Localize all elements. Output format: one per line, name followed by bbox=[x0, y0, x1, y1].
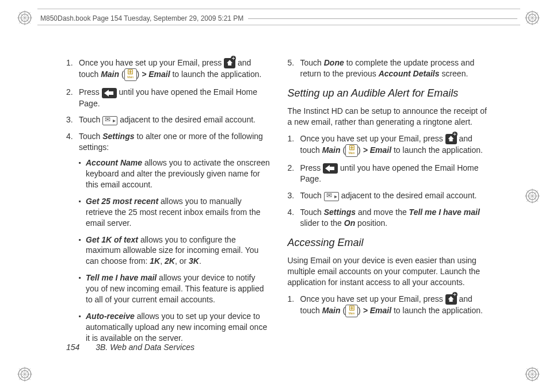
ring-icon bbox=[17, 367, 32, 382]
step-2: 2. Press until you have opened the Email… bbox=[66, 87, 270, 109]
back-arrow-icon bbox=[102, 88, 117, 98]
home-icon bbox=[445, 134, 457, 144]
ring-icon bbox=[525, 10, 540, 25]
ring-icon bbox=[525, 367, 540, 382]
header-rule bbox=[37, 9, 520, 9]
home-icon bbox=[445, 294, 457, 305]
audible-step-2: 2. Press until you have opened the Email… bbox=[288, 163, 492, 185]
bullet-tell-me: Tell me I have mail allows your device t… bbox=[79, 272, 270, 305]
ring-icon bbox=[525, 189, 540, 203]
step-1: 1. Once you have set up your Email, pres… bbox=[66, 57, 270, 81]
heading-accessing-email: Accessing Email bbox=[288, 236, 492, 249]
main-menu-icon: Main bbox=[345, 305, 358, 317]
ring-icon bbox=[17, 10, 32, 25]
step-3: 3. Touch adjacent to the desired email a… bbox=[66, 114, 270, 125]
bullet-get-25: Get 25 most recent allows you to manuall… bbox=[79, 196, 270, 229]
bullet-auto-receive: Auto-receive allows you to set up your d… bbox=[79, 311, 270, 344]
step-4: 4. Touch Settings to alter one or more o… bbox=[66, 131, 270, 343]
page-content: 1. Once you have set up your Email, pres… bbox=[66, 57, 491, 335]
audible-step-1: 1. Once you have set up your Email, pres… bbox=[288, 133, 492, 157]
header-rule bbox=[37, 25, 520, 25]
access-intro: Using Email on your device is even easie… bbox=[288, 255, 492, 288]
heading-audible-alert: Setting up an Audible Alert for Emails bbox=[288, 86, 492, 100]
audible-step-4: 4. Touch Settings and move the Tell me I… bbox=[288, 207, 492, 229]
mail-arrow-icon bbox=[324, 192, 339, 201]
header-text: M850Dash.book Page 154 Tuesday, Septembe… bbox=[40, 14, 243, 22]
page-number: 154 bbox=[66, 343, 79, 352]
step-5: 5. Touch Done to complete the update pro… bbox=[288, 57, 492, 79]
home-icon bbox=[224, 58, 235, 68]
bullet-get-1k: Get 1K of text allows you to configure t… bbox=[79, 235, 270, 267]
access-step-1: 1. Once you have set up your Email, pres… bbox=[288, 294, 492, 317]
audible-intro: The Instinct HD can be setup to announce… bbox=[288, 106, 492, 128]
page-header: M850Dash.book Page 154 Tuesday, Septembe… bbox=[40, 13, 517, 24]
main-menu-icon: Main bbox=[345, 144, 358, 157]
bullet-account-name: Account Name allows you to activate the … bbox=[79, 157, 270, 190]
mail-arrow-icon bbox=[102, 116, 117, 125]
page-footer: 154 3B. Web and Data Services bbox=[66, 343, 195, 352]
audible-step-3: 3. Touch adjacent to the desired email a… bbox=[288, 190, 492, 201]
main-menu-icon: Main bbox=[124, 68, 137, 81]
section-title: 3B. Web and Data Services bbox=[96, 343, 195, 352]
right-column: 5. Touch Done to complete the update pro… bbox=[288, 57, 492, 335]
back-arrow-icon bbox=[323, 163, 338, 174]
left-column: 1. Once you have set up your Email, pres… bbox=[66, 57, 270, 335]
